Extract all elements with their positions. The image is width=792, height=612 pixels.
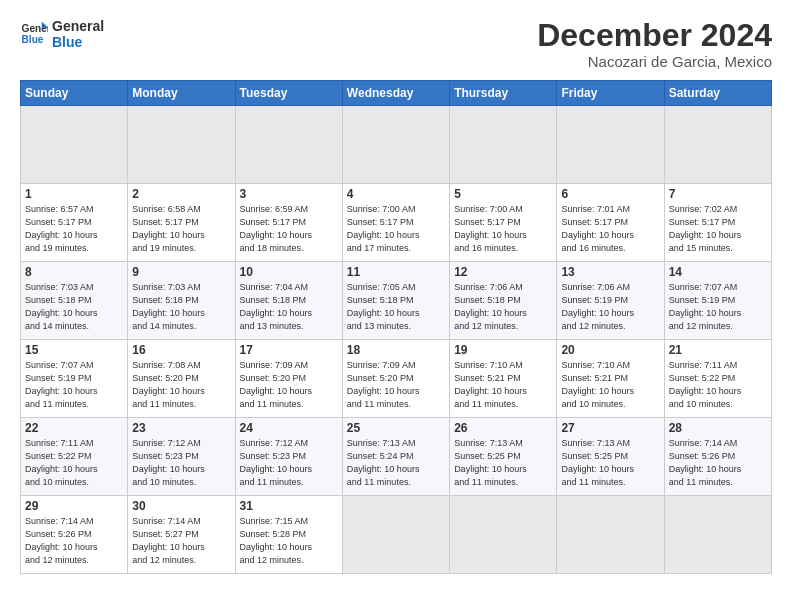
calendar-cell: 21Sunrise: 7:11 AM Sunset: 5:22 PM Dayli… <box>664 340 771 418</box>
day-number: 1 <box>25 187 123 201</box>
calendar-table: SundayMondayTuesdayWednesdayThursdayFrid… <box>20 80 772 574</box>
day-info: Sunrise: 7:10 AM Sunset: 5:21 PM Dayligh… <box>454 359 552 411</box>
header: General Blue General Blue December 2024 … <box>20 18 772 70</box>
calendar-cell: 27Sunrise: 7:13 AM Sunset: 5:25 PM Dayli… <box>557 418 664 496</box>
col-header-monday: Monday <box>128 81 235 106</box>
col-header-sunday: Sunday <box>21 81 128 106</box>
day-number: 4 <box>347 187 445 201</box>
calendar-cell: 9Sunrise: 7:03 AM Sunset: 5:18 PM Daylig… <box>128 262 235 340</box>
day-info: Sunrise: 7:15 AM Sunset: 5:28 PM Dayligh… <box>240 515 338 567</box>
day-number: 12 <box>454 265 552 279</box>
day-number: 23 <box>132 421 230 435</box>
day-number: 24 <box>240 421 338 435</box>
calendar-week-5: 29Sunrise: 7:14 AM Sunset: 5:26 PM Dayli… <box>21 496 772 574</box>
page-container: General Blue General Blue December 2024 … <box>0 0 792 584</box>
calendar-cell: 12Sunrise: 7:06 AM Sunset: 5:18 PM Dayli… <box>450 262 557 340</box>
day-number: 28 <box>669 421 767 435</box>
calendar-cell: 28Sunrise: 7:14 AM Sunset: 5:26 PM Dayli… <box>664 418 771 496</box>
calendar-cell: 22Sunrise: 7:11 AM Sunset: 5:22 PM Dayli… <box>21 418 128 496</box>
calendar-title: December 2024 <box>537 18 772 53</box>
calendar-cell: 30Sunrise: 7:14 AM Sunset: 5:27 PM Dayli… <box>128 496 235 574</box>
calendar-cell: 17Sunrise: 7:09 AM Sunset: 5:20 PM Dayli… <box>235 340 342 418</box>
day-number: 13 <box>561 265 659 279</box>
calendar-cell: 7Sunrise: 7:02 AM Sunset: 5:17 PM Daylig… <box>664 184 771 262</box>
day-info: Sunrise: 7:14 AM Sunset: 5:26 PM Dayligh… <box>25 515 123 567</box>
calendar-cell: 23Sunrise: 7:12 AM Sunset: 5:23 PM Dayli… <box>128 418 235 496</box>
calendar-cell: 15Sunrise: 7:07 AM Sunset: 5:19 PM Dayli… <box>21 340 128 418</box>
day-info: Sunrise: 7:14 AM Sunset: 5:26 PM Dayligh… <box>669 437 767 489</box>
day-info: Sunrise: 7:13 AM Sunset: 5:25 PM Dayligh… <box>454 437 552 489</box>
day-info: Sunrise: 7:06 AM Sunset: 5:19 PM Dayligh… <box>561 281 659 333</box>
day-number: 7 <box>669 187 767 201</box>
title-block: December 2024 Nacozari de Garcia, Mexico <box>537 18 772 70</box>
calendar-cell: 6Sunrise: 7:01 AM Sunset: 5:17 PM Daylig… <box>557 184 664 262</box>
logo-blue: Blue <box>52 34 104 50</box>
calendar-cell: 31Sunrise: 7:15 AM Sunset: 5:28 PM Dayli… <box>235 496 342 574</box>
calendar-cell <box>342 106 449 184</box>
day-info: Sunrise: 7:07 AM Sunset: 5:19 PM Dayligh… <box>25 359 123 411</box>
calendar-cell: 14Sunrise: 7:07 AM Sunset: 5:19 PM Dayli… <box>664 262 771 340</box>
day-number: 17 <box>240 343 338 357</box>
day-info: Sunrise: 7:03 AM Sunset: 5:18 PM Dayligh… <box>25 281 123 333</box>
day-info: Sunrise: 7:00 AM Sunset: 5:17 PM Dayligh… <box>347 203 445 255</box>
day-number: 8 <box>25 265 123 279</box>
calendar-cell: 26Sunrise: 7:13 AM Sunset: 5:25 PM Dayli… <box>450 418 557 496</box>
day-number: 15 <box>25 343 123 357</box>
day-info: Sunrise: 7:09 AM Sunset: 5:20 PM Dayligh… <box>347 359 445 411</box>
day-number: 26 <box>454 421 552 435</box>
col-header-thursday: Thursday <box>450 81 557 106</box>
calendar-cell: 4Sunrise: 7:00 AM Sunset: 5:17 PM Daylig… <box>342 184 449 262</box>
calendar-cell <box>557 496 664 574</box>
calendar-cell <box>21 106 128 184</box>
logo-general: General <box>52 18 104 34</box>
calendar-cell: 20Sunrise: 7:10 AM Sunset: 5:21 PM Dayli… <box>557 340 664 418</box>
col-header-friday: Friday <box>557 81 664 106</box>
col-header-saturday: Saturday <box>664 81 771 106</box>
logo-icon: General Blue <box>20 20 48 48</box>
calendar-week-0 <box>21 106 772 184</box>
calendar-cell: 3Sunrise: 6:59 AM Sunset: 5:17 PM Daylig… <box>235 184 342 262</box>
calendar-cell <box>450 496 557 574</box>
day-info: Sunrise: 7:14 AM Sunset: 5:27 PM Dayligh… <box>132 515 230 567</box>
day-number: 10 <box>240 265 338 279</box>
calendar-subtitle: Nacozari de Garcia, Mexico <box>537 53 772 70</box>
col-header-tuesday: Tuesday <box>235 81 342 106</box>
day-info: Sunrise: 7:07 AM Sunset: 5:19 PM Dayligh… <box>669 281 767 333</box>
day-info: Sunrise: 7:09 AM Sunset: 5:20 PM Dayligh… <box>240 359 338 411</box>
day-info: Sunrise: 7:13 AM Sunset: 5:25 PM Dayligh… <box>561 437 659 489</box>
calendar-cell: 8Sunrise: 7:03 AM Sunset: 5:18 PM Daylig… <box>21 262 128 340</box>
col-header-wednesday: Wednesday <box>342 81 449 106</box>
day-info: Sunrise: 7:12 AM Sunset: 5:23 PM Dayligh… <box>132 437 230 489</box>
calendar-cell: 1Sunrise: 6:57 AM Sunset: 5:17 PM Daylig… <box>21 184 128 262</box>
calendar-cell: 29Sunrise: 7:14 AM Sunset: 5:26 PM Dayli… <box>21 496 128 574</box>
calendar-week-1: 1Sunrise: 6:57 AM Sunset: 5:17 PM Daylig… <box>21 184 772 262</box>
day-number: 27 <box>561 421 659 435</box>
calendar-cell <box>342 496 449 574</box>
day-number: 3 <box>240 187 338 201</box>
calendar-week-3: 15Sunrise: 7:07 AM Sunset: 5:19 PM Dayli… <box>21 340 772 418</box>
day-info: Sunrise: 7:06 AM Sunset: 5:18 PM Dayligh… <box>454 281 552 333</box>
day-number: 14 <box>669 265 767 279</box>
day-info: Sunrise: 7:01 AM Sunset: 5:17 PM Dayligh… <box>561 203 659 255</box>
calendar-cell: 10Sunrise: 7:04 AM Sunset: 5:18 PM Dayli… <box>235 262 342 340</box>
day-info: Sunrise: 6:59 AM Sunset: 5:17 PM Dayligh… <box>240 203 338 255</box>
day-number: 2 <box>132 187 230 201</box>
day-info: Sunrise: 7:11 AM Sunset: 5:22 PM Dayligh… <box>669 359 767 411</box>
day-info: Sunrise: 6:57 AM Sunset: 5:17 PM Dayligh… <box>25 203 123 255</box>
calendar-cell: 2Sunrise: 6:58 AM Sunset: 5:17 PM Daylig… <box>128 184 235 262</box>
day-number: 9 <box>132 265 230 279</box>
calendar-cell <box>235 106 342 184</box>
day-info: Sunrise: 6:58 AM Sunset: 5:17 PM Dayligh… <box>132 203 230 255</box>
calendar-week-2: 8Sunrise: 7:03 AM Sunset: 5:18 PM Daylig… <box>21 262 772 340</box>
day-number: 11 <box>347 265 445 279</box>
day-info: Sunrise: 7:13 AM Sunset: 5:24 PM Dayligh… <box>347 437 445 489</box>
day-number: 25 <box>347 421 445 435</box>
calendar-cell: 24Sunrise: 7:12 AM Sunset: 5:23 PM Dayli… <box>235 418 342 496</box>
logo: General Blue General Blue <box>20 18 104 50</box>
day-info: Sunrise: 7:04 AM Sunset: 5:18 PM Dayligh… <box>240 281 338 333</box>
day-info: Sunrise: 7:02 AM Sunset: 5:17 PM Dayligh… <box>669 203 767 255</box>
day-info: Sunrise: 7:11 AM Sunset: 5:22 PM Dayligh… <box>25 437 123 489</box>
calendar-cell: 25Sunrise: 7:13 AM Sunset: 5:24 PM Dayli… <box>342 418 449 496</box>
day-number: 22 <box>25 421 123 435</box>
day-number: 5 <box>454 187 552 201</box>
